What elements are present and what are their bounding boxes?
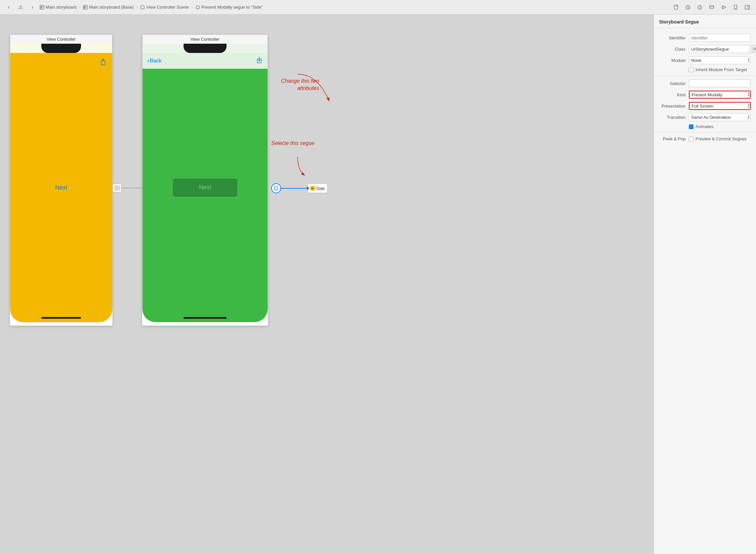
presentation-select-wrapper: Full Screen Page Sheet Form Sheet Curren…	[689, 102, 751, 110]
segue-box-svg	[114, 185, 120, 190]
divider-1	[654, 75, 756, 76]
library-icon	[709, 5, 714, 10]
clock-icon	[685, 5, 691, 10]
class-row: Class ↺ ›	[654, 43, 756, 55]
svg-rect-16	[101, 61, 105, 65]
inspector-toggle-icon	[745, 5, 750, 10]
module-select[interactable]: None	[689, 56, 751, 64]
kind-select[interactable]: Present Modally Show Show Detail Present…	[689, 91, 751, 99]
peek-checkbox[interactable]	[689, 137, 693, 141]
middle-view-controller-panel: View Controller ‹ Back	[142, 35, 268, 326]
main-area: View Controller Next	[0, 14, 756, 554]
inherit-checkbox-label[interactable]: Inherit Module From Target	[689, 67, 751, 72]
back-chevron-icon: ‹	[147, 57, 149, 64]
svg-text:?: ?	[699, 6, 700, 9]
clock-button[interactable]	[683, 3, 693, 12]
inspector-body: Identifier Class ↺ › Module None	[654, 28, 756, 554]
breadcrumb-segue[interactable]: Present Modally segue to "Side"	[195, 5, 263, 10]
download-icon	[256, 56, 263, 65]
svg-point-7	[196, 6, 199, 9]
arrow-line-left-mid	[122, 188, 145, 188]
xcode-icon	[721, 5, 726, 10]
animates-checkbox-input[interactable]: ✓	[689, 124, 693, 129]
svg-rect-20	[274, 187, 278, 190]
peek-label: Peek & Pop	[659, 136, 689, 141]
segue-arrow-left-middle	[113, 183, 145, 192]
class-input[interactable]	[689, 45, 749, 53]
storyboard-icon2	[83, 5, 88, 10]
breadcrumb-storyboard-base[interactable]: Main.storyboard (Base)	[83, 5, 134, 10]
help-icon: ?	[697, 5, 702, 10]
kind-row: Kind Present Modally Show Show Detail Pr…	[654, 89, 756, 100]
new-file-button[interactable]	[671, 3, 681, 12]
inherit-checkbox-input[interactable]	[689, 67, 693, 72]
left-vc-phone: Next	[10, 44, 113, 322]
divider-2	[654, 132, 756, 133]
selector-input[interactable]	[689, 79, 751, 88]
left-vc-content: Next	[10, 53, 112, 322]
download-icon-svg	[256, 56, 263, 63]
left-next-label: Next	[55, 184, 67, 191]
peek-content: Preview & Commit Segues	[689, 136, 747, 141]
svg-rect-18	[116, 187, 118, 189]
segue-line-container[interactable]: ⚙ Side	[271, 183, 327, 193]
segue-box-icon	[113, 183, 122, 192]
inspector-toggle-button[interactable]	[743, 3, 752, 12]
module-label: Module	[659, 58, 689, 63]
transition-select[interactable]: Same As Destination Cover Vertical Flip …	[689, 113, 751, 121]
class-refresh-button[interactable]: ↺	[750, 45, 756, 53]
breadcrumb-sep2: ›	[136, 5, 138, 10]
segue-connector-line	[281, 188, 308, 189]
library-button[interactable]	[707, 3, 716, 12]
side-destination-badge: ⚙ Side	[308, 184, 327, 193]
middle-vc-phone: ‹ Back Next	[142, 44, 268, 322]
middle-nav-bar: ‹ Back	[142, 53, 267, 69]
animates-row: ✓ Animates	[654, 123, 756, 130]
breadcrumb-sep3: ›	[191, 5, 193, 10]
canvas-area[interactable]: View Controller Next	[0, 14, 653, 554]
inherit-row: Inherit Module From Target	[654, 66, 756, 73]
peek-row: Peek & Pop Preview & Commit Segues	[654, 135, 756, 143]
annotation-select-arrow	[288, 154, 321, 180]
svg-rect-5	[86, 6, 87, 7]
device-icon	[733, 5, 738, 10]
back-nav-button[interactable]: ‹	[4, 3, 13, 12]
svg-rect-4	[84, 6, 85, 9]
new-file-icon	[673, 5, 679, 10]
segue-circle-icon[interactable]	[271, 183, 281, 193]
annotation-select-text: Selecte this segue	[271, 140, 315, 146]
side-badge-icon: ⚙	[310, 186, 315, 190]
middle-phone-notch	[184, 44, 227, 53]
kind-label: Kind	[659, 92, 689, 97]
breadcrumb-storyboard[interactable]: Main.storyboard	[40, 5, 76, 10]
transition-row: Transition Same As Destination Cover Ver…	[654, 112, 756, 123]
module-select-wrapper: None ▲ ▼	[689, 56, 751, 64]
transition-select-wrapper: Same As Destination Cover Vertical Flip …	[689, 113, 751, 121]
kind-select-wrapper: Present Modally Show Show Detail Present…	[689, 91, 751, 99]
top-bar-right-buttons: ?	[671, 3, 752, 12]
device-button[interactable]	[731, 3, 740, 12]
svg-rect-6	[141, 6, 144, 9]
identifier-label: Identifier	[659, 36, 689, 40]
inspector-panel: Storyboard Segue Identifier Class ↺ › Mo…	[653, 14, 756, 554]
xcode-button[interactable]	[719, 3, 728, 12]
identifier-input[interactable]	[689, 34, 751, 42]
class-field-group: ↺ ›	[689, 45, 756, 53]
presentation-label: Presentation	[659, 104, 689, 109]
scene-icon	[140, 5, 145, 10]
middle-vc-header: View Controller	[142, 35, 268, 44]
top-bar: ‹ ⚠ › Main.storyboard › Main.storyboard …	[0, 0, 756, 14]
help-button[interactable]: ?	[695, 3, 704, 12]
share-icon-left	[100, 58, 107, 67]
segue-square-icon	[273, 186, 279, 191]
presentation-select[interactable]: Full Screen Page Sheet Form Sheet Curren…	[689, 102, 751, 110]
left-home-indicator	[41, 317, 81, 319]
breadcrumb-vc-scene[interactable]: View Controller Scene	[140, 5, 189, 10]
animates-checkbox-label[interactable]: ✓ Animates	[689, 124, 751, 129]
left-vc-header: View Controller	[10, 35, 113, 44]
svg-rect-2	[42, 6, 43, 7]
class-label: Class	[659, 47, 689, 52]
middle-next-button[interactable]: Next	[172, 178, 238, 198]
forward-nav-button[interactable]: ›	[28, 3, 37, 12]
warning-button[interactable]: ⚠	[16, 3, 25, 12]
